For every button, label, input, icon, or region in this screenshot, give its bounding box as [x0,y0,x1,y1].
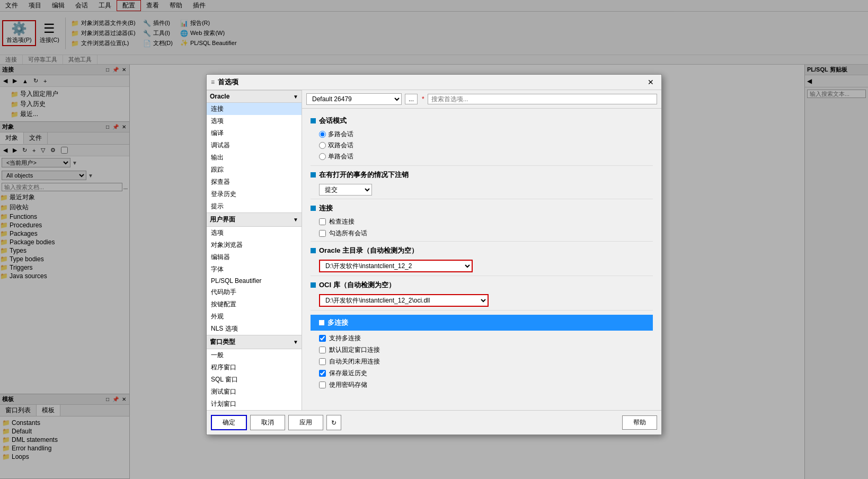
session-mode-square [311,118,316,123]
connection-title: 连接 [319,203,333,213]
tree-item-login-history[interactable]: 登录历史 [207,188,302,200]
multi-connect-square [319,320,324,325]
modal-close-button[interactable]: ✕ [644,77,657,87]
transaction-select[interactable]: 提交 [319,184,372,196]
modal-title-icon: ≡ [211,78,215,86]
tree-item-trace[interactable]: 跟踪 [207,164,302,176]
modal-left-buttons: 确定 取消 应用 ↻ [211,415,341,430]
session-mode-title: 会话模式 [319,116,347,126]
tree-item-output[interactable]: 输出 [207,152,302,164]
multi-connect-row: 多连接 [311,315,653,331]
profile-dropdown[interactable]: Default 26479 [306,93,402,105]
tree-item-hints[interactable]: 提示 [207,200,302,212]
check-default-fixed-row[interactable]: 默认固定窗口连接 [311,345,653,354]
oci-select[interactable]: D:\开发软件\instantclient_12_2\oci.dll [319,294,489,307]
transaction-header: 在有打开的事务的情况下注销 [311,170,653,180]
radio-dual-label: 双路会话 [328,141,353,150]
tree-item-plan-window[interactable]: 计划窗口 [207,398,302,410]
divider-3 [311,241,653,242]
tree-group-ui[interactable]: 用户界面 ▼ [207,212,302,227]
tree-item-code-assist[interactable]: 代码助手 [207,286,302,298]
transaction-title: 在有打开的事务的情况下注销 [319,170,409,180]
modal-search-input[interactable] [428,94,657,104]
radio-multi-label: 多路会话 [328,130,353,139]
divider-5 [311,310,653,311]
transaction-dropdown-row: 提交 [311,184,653,196]
oracle-chevron-icon: ▼ [293,94,298,100]
tree-item-debugger[interactable]: 调试器 [207,139,302,152]
check-auto-close-label: 自动关闭未用连接 [329,357,380,366]
divider-2 [311,199,653,199]
oracle-home-select[interactable]: D:\开发软件\instantclient_12_2 [319,260,473,272]
tree-item-beautifier[interactable]: PL/SQL Beautifier [207,276,302,286]
unsaved-indicator: * [422,95,424,103]
modal-content-area: Default 26479 ... * 会话模式 [302,90,661,410]
check-auto-close-row[interactable]: 自动关闭未用连接 [311,357,653,366]
tree-item-profiler[interactable]: 探查器 [207,176,302,188]
check-save-history-label: 保存最近历史 [329,369,367,378]
radio-single-session[interactable]: 单路会话 [319,152,653,161]
divider-1 [311,165,653,166]
tree-item-options[interactable]: 选项 [207,115,302,127]
transaction-square [311,172,316,178]
check-password[interactable] [319,382,326,388]
refresh-button[interactable]: ↻ [326,415,341,430]
check-save-history[interactable] [319,370,326,377]
profile-dots-button[interactable]: ... [405,94,418,104]
check-default-fixed-label: 默认固定窗口连接 [329,345,380,354]
modal-title: 首选项 [218,77,644,87]
modal-overlay: ≡ 首选项 ✕ Oracle ▼ 连接 选项 编译 调试器 输出 跟踪 探查器 … [0,0,868,479]
check-verify-row[interactable]: 检查连接 [311,217,653,226]
check-all-sessions[interactable] [319,230,326,237]
modal-top-bar: Default 26479 ... * [302,90,661,109]
cancel-button[interactable]: 取消 [250,415,285,430]
tree-item-general[interactable]: 一般 [207,349,302,361]
modal-body: Oracle ▼ 连接 选项 编译 调试器 输出 跟踪 探查器 登录历史 提示 … [207,90,661,410]
radio-single-label: 单路会话 [328,152,353,161]
window-chevron-icon: ▼ [293,339,298,345]
check-all-row[interactable]: 勾选所有会话 [311,229,653,238]
check-password-row[interactable]: 使用密码存储 [311,380,653,389]
oracle-home-square [311,248,316,253]
tree-item-appearance[interactable]: 外观 [207,311,302,323]
tree-item-program-window[interactable]: 程序窗口 [207,361,302,374]
connection-square [311,206,316,211]
tree-item-editor[interactable]: 编辑器 [207,251,302,263]
oracle-home-input-row: D:\开发软件\instantclient_12_2 [311,260,653,272]
oracle-group-label: Oracle [210,93,293,100]
tree-item-ui-options[interactable]: 选项 [207,227,302,239]
ok-button[interactable]: 确定 [211,415,247,430]
oci-title: OCI 库（自动检测为空） [319,280,395,290]
modal-bottom-bar: 确定 取消 应用 ↻ 帮助 [207,410,661,434]
radio-multi-session[interactable]: 多路会话 [319,130,653,139]
session-mode-radios: 多路会话 双路会话 单路会话 [311,130,653,161]
radio-dual-session[interactable]: 双路会话 [319,141,653,150]
check-verify[interactable] [319,218,326,225]
modal-tree: Oracle ▼ 连接 选项 编译 调试器 输出 跟踪 探查器 登录历史 提示 … [207,90,302,410]
apply-button[interactable]: 应用 [288,415,323,430]
tree-item-keybind[interactable]: 按键配置 [207,298,302,311]
help-button[interactable]: 帮助 [622,415,657,430]
oracle-home-title: Oracle 主目录（自动检测为空） [319,246,418,255]
check-save-history-row[interactable]: 保存最近历史 [311,369,653,378]
check-multi-row[interactable]: 支持多连接 [311,334,653,343]
check-multi-label: 支持多连接 [329,334,361,343]
oracle-home-header: Oracle 主目录（自动检测为空） [311,246,653,255]
tree-item-sql-window[interactable]: SQL 窗口 [207,374,302,386]
ui-chevron-icon: ▼ [293,217,298,223]
tree-item-test-window[interactable]: 测试窗口 [207,386,302,398]
oci-input-row: D:\开发软件\instantclient_12_2\oci.dll [311,294,653,307]
multi-connect-title: 多连接 [327,318,348,327]
tree-group-oracle[interactable]: Oracle ▼ [207,90,302,103]
tree-item-compile[interactable]: 编译 [207,127,302,139]
tree-item-font[interactable]: 字体 [207,263,302,276]
connection-header: 连接 [311,203,653,213]
check-multi[interactable] [319,335,326,342]
tree-item-nls[interactable]: NLS 选项 [207,323,302,335]
tree-item-obj-browser[interactable]: 对象浏览器 [207,239,302,251]
check-auto-close[interactable] [319,358,326,365]
tree-item-connect[interactable]: 连接 [207,103,302,115]
check-default-fixed[interactable] [319,347,326,353]
modal-scroll-area: 会话模式 多路会话 双路会话 单路会话 [302,109,661,410]
tree-group-window[interactable]: 窗口类型 ▼ [207,335,302,349]
